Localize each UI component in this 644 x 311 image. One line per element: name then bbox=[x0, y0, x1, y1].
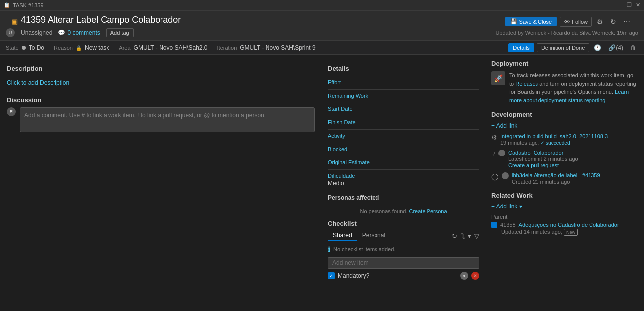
build-sub: 19 minutes ago, ✓ succeeded bbox=[500, 140, 608, 146]
more-options-button[interactable]: ⋯ bbox=[621, 17, 632, 27]
tab-shared[interactable]: Shared bbox=[328, 230, 357, 241]
development-section: Development + Add link ⚙ Integrated in b… bbox=[491, 111, 638, 185]
mandatory-delete-button[interactable]: ✕ bbox=[471, 272, 479, 280]
restore-button[interactable]: ❐ bbox=[627, 2, 632, 8]
branch-item: ⑂ Cadastro_Colaborador Latest commit 2 m… bbox=[491, 150, 638, 168]
no-personas-row: No personas found. Create Persona bbox=[328, 203, 479, 220]
state-row: State To Do Reason 🔒 New task Area GMULT… bbox=[0, 41, 644, 55]
start-date-label[interactable]: Start Date bbox=[328, 106, 479, 112]
title-bar-controls[interactable]: ─ ❐ ✕ bbox=[619, 2, 640, 8]
refresh-checklist-button[interactable]: ↻ bbox=[452, 232, 457, 240]
iteration-value: GMULT - Novo SAH\Sprint 9 bbox=[240, 44, 315, 51]
effort-row: Effort bbox=[328, 76, 479, 90]
state-dot bbox=[22, 46, 26, 50]
start-date-row: Start Date bbox=[328, 103, 479, 116]
state-value: To Do bbox=[29, 44, 44, 51]
refresh-button[interactable]: ↻ bbox=[608, 17, 618, 27]
header-top-row: ▣ 41359 Alterar Label Campo Colaborador … bbox=[6, 15, 638, 28]
blocked-label[interactable]: Blocked bbox=[328, 146, 479, 152]
reason-value: New task bbox=[85, 44, 109, 51]
no-personas-text: No personas found. bbox=[360, 208, 409, 214]
branch-avatar bbox=[498, 150, 505, 156]
reason-label: Reason bbox=[54, 45, 73, 51]
remaining-work-row: Remaining Work bbox=[328, 90, 479, 103]
left-panel: Description Click to add Description Dis… bbox=[0, 55, 322, 311]
releases-link[interactable]: Releases bbox=[515, 81, 538, 87]
content-area: Description Click to add Description Dis… bbox=[0, 55, 644, 311]
work-item-icon: ▣ bbox=[12, 18, 18, 25]
parent-label: Parent bbox=[491, 214, 638, 220]
dificuldade-label[interactable]: Dificuldade bbox=[328, 173, 479, 179]
deployment-description: To track releases associated with this w… bbox=[509, 71, 638, 104]
sort-checklist-button[interactable]: ⇅ ▾ bbox=[460, 232, 471, 240]
no-checklist-message: ℹ No checklist items added. bbox=[328, 245, 479, 253]
commit-title[interactable]: lbb3deia Alteração de label - #41359 bbox=[512, 172, 600, 178]
comment-input[interactable]: Add a comment. Use # to link a work item… bbox=[20, 107, 315, 132]
learn-more-link[interactable]: Learn more about deployment status repor… bbox=[509, 89, 629, 103]
build-title[interactable]: Integrated in build build_sah2.0_2021110… bbox=[500, 133, 608, 139]
user-avatar: R bbox=[7, 107, 16, 116]
parent-item-title[interactable]: Adequações no Cadastro de Colaborador bbox=[519, 222, 619, 228]
description-placeholder[interactable]: Click to add Description bbox=[7, 76, 315, 89]
add-link-related-button[interactable]: + Add link ▾ bbox=[491, 203, 522, 210]
remaining-work-label[interactable]: Remaining Work bbox=[328, 93, 479, 99]
follow-button[interactable]: 👁 Follow bbox=[560, 17, 592, 27]
deployment-section: Deployment 🚀 To track releases associate… bbox=[491, 60, 638, 104]
personas-title: Personas affected bbox=[328, 194, 479, 201]
tab-details[interactable]: Details bbox=[508, 43, 534, 52]
middle-panel: Details Effort Remaining Work Start Date… bbox=[322, 55, 485, 311]
tab-personal[interactable]: Personal bbox=[357, 230, 390, 241]
branch-title[interactable]: Cadastro_Colaborador bbox=[508, 150, 578, 156]
build-content: Integrated in build build_sah2.0_2021110… bbox=[500, 133, 608, 146]
area-field: Area GMULT - Novo SAH\Sah2.0 bbox=[119, 44, 207, 51]
create-pr-link: Create a pull request bbox=[508, 162, 578, 168]
iteration-label: Iteration bbox=[217, 45, 237, 51]
branch-content: Cadastro_Colaborador Latest commit 2 min… bbox=[508, 150, 578, 168]
delete-button[interactable]: 🗑 bbox=[628, 43, 638, 52]
settings-button[interactable]: ⚙ bbox=[595, 17, 605, 27]
mandatory-checkbox[interactable]: ✓ bbox=[328, 272, 335, 279]
commit-sub: Created 21 minutes ago bbox=[512, 179, 600, 185]
eye-icon: 👁 bbox=[564, 19, 570, 25]
comments-link[interactable]: 💬 0 comments bbox=[58, 29, 100, 36]
avatar: U bbox=[6, 28, 15, 37]
state-label: State bbox=[6, 45, 19, 51]
commit-icon: ◯ bbox=[491, 173, 499, 180]
branch-icon: ⑂ bbox=[491, 150, 495, 157]
filter-checklist-button[interactable]: ▽ bbox=[474, 232, 479, 240]
activity-label[interactable]: Activity bbox=[328, 133, 479, 139]
mandatory-label: Mandatory? bbox=[338, 272, 369, 279]
original-estimate-label[interactable]: Original Estimate bbox=[328, 159, 479, 165]
original-estimate-row: Original Estimate bbox=[328, 156, 479, 170]
commit-avatar bbox=[502, 172, 509, 179]
discussion-title: Discussion bbox=[7, 96, 315, 104]
description-section-title: Description bbox=[7, 65, 315, 72]
unassigned-label: Unassigned bbox=[21, 29, 52, 36]
mandatory-edit-button[interactable]: ● bbox=[460, 272, 468, 280]
tab-definition-of-done[interactable]: Definition of Done bbox=[537, 43, 589, 52]
history-button[interactable]: 🕐 bbox=[592, 43, 603, 52]
task-icon: 📋 bbox=[4, 2, 10, 8]
dificuldade-value: Medio bbox=[328, 180, 479, 187]
right-panel: Deployment 🚀 To track releases associate… bbox=[485, 55, 644, 311]
related-work-section: Related Work + Add link ▾ Parent 41358 A… bbox=[491, 192, 638, 235]
details-title: Details bbox=[328, 65, 479, 72]
personas-section: Personas affected No personas found. Cre… bbox=[328, 194, 479, 220]
finish-date-label[interactable]: Finish Date bbox=[328, 119, 479, 125]
add-link-development-button[interactable]: + Add link bbox=[491, 122, 517, 129]
title-bar-task-id: TASK #1359 bbox=[13, 2, 44, 8]
save-close-button[interactable]: 💾 Save & Close bbox=[505, 17, 557, 26]
close-button[interactable]: ✕ bbox=[636, 2, 640, 8]
parent-item-meta: Updated 14 minutes ago, New bbox=[491, 229, 638, 235]
create-persona-link[interactable]: Create Persona bbox=[409, 208, 447, 214]
add-item-input[interactable] bbox=[328, 257, 479, 269]
effort-label[interactable]: Effort bbox=[328, 79, 479, 85]
mandatory-row: ✓ Mandatory? ● ✕ bbox=[328, 272, 479, 280]
minimize-button[interactable]: ─ bbox=[619, 2, 623, 8]
area-label: Area bbox=[119, 45, 130, 51]
add-tag-button[interactable]: Add tag bbox=[106, 28, 134, 37]
links-button[interactable]: 🔗(4) bbox=[606, 43, 625, 52]
success-badge: ✓ succeeded bbox=[540, 140, 570, 146]
discussion-section: Discussion R Add a comment. Use # to lin… bbox=[7, 96, 315, 132]
build-icon: ⚙ bbox=[491, 134, 497, 141]
